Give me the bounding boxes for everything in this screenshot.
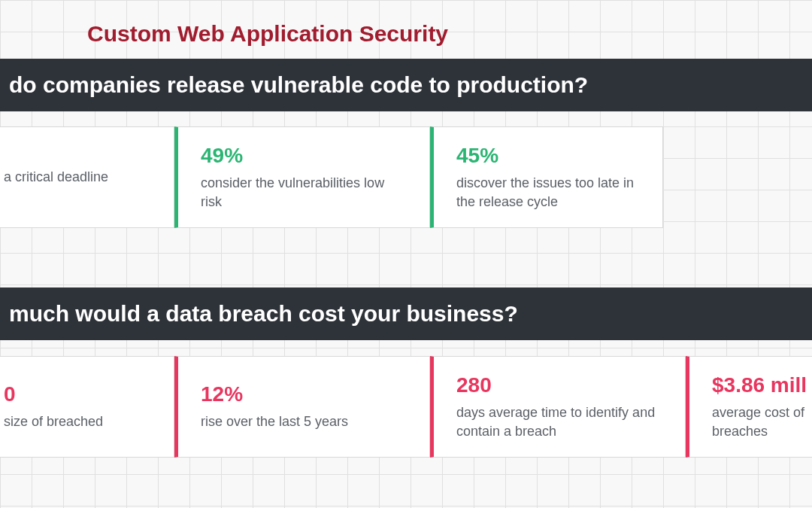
stat-label: average cost of breaches: [712, 403, 812, 440]
page-title: Custom Web Application Security: [87, 21, 448, 47]
stat-row-1: a critical deadline 49% consider the vul…: [0, 126, 663, 228]
stat-label: consider the vulnerabilities low risk: [201, 174, 407, 211]
stat-card: 45% discover the issues too late in the …: [430, 126, 663, 228]
stat-value: 0: [4, 382, 151, 406]
stat-label: discover the issues too late in the rele…: [456, 174, 640, 211]
stat-value: $3.86 mill: [712, 373, 812, 397]
stat-card: a critical deadline: [0, 126, 174, 228]
stat-card: 280 days average time to identify and co…: [430, 356, 686, 458]
stat-label: days average time to identify and contai…: [456, 403, 662, 440]
stat-value: 280: [456, 373, 662, 397]
section-heading-2: much would a data breach cost your busin…: [0, 287, 812, 340]
stat-card: 0 size of breached: [0, 356, 174, 458]
stat-value: 12%: [201, 382, 407, 406]
section-heading-1: do companies release vulnerable code to …: [0, 59, 812, 111]
stat-value: 49%: [201, 144, 407, 168]
stat-card: 49% consider the vulnerabilities low ris…: [174, 126, 430, 228]
stat-label: size of breached: [4, 412, 151, 430]
stat-value: 45%: [456, 144, 640, 168]
stat-card: 12% rise over the last 5 years: [174, 356, 430, 458]
stat-row-2: 0 size of breached 12% rise over the las…: [0, 356, 812, 458]
stat-card: $3.86 mill average cost of breaches: [686, 356, 812, 458]
stat-label: a critical deadline: [4, 168, 151, 186]
stat-label: rise over the last 5 years: [201, 412, 407, 430]
